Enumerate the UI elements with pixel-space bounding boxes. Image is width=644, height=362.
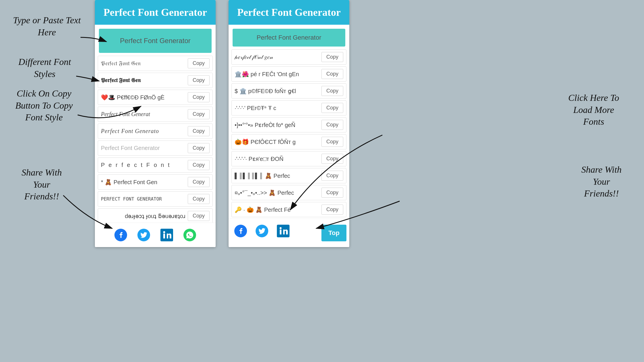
svg-point-4 xyxy=(163,231,165,233)
font-text: Perfect Font Generat xyxy=(101,111,185,118)
font-row: Perfect Font Generat Copy xyxy=(98,107,213,122)
annotation-share-left: Share WithYourFriends!! xyxy=(7,167,76,203)
font-row: 𝔓𝔢𝔯𝔣𝔢𝔠𝔱 𝔉𝔬𝔫𝔱 𝔊𝔢𝔫 Copy xyxy=(98,56,213,71)
left-panel-header: Perfect Font Generator xyxy=(95,0,216,25)
font-row: 𝕻𝖊𝖗𝖋𝖊𝖈𝖙 𝕱𝖔𝖓𝖙 𝕲𝖊𝖓 Copy xyxy=(98,73,213,88)
copy-button[interactable]: Copy xyxy=(188,143,210,153)
font-row: ∙'∙'∙'∙'∙ Pɛя'e□т ÐOÑ Copy xyxy=(231,151,346,166)
font-text: ❤️🎩 P€ff€©Ð FØnÖ gÈ xyxy=(101,94,185,101)
social-bar-left xyxy=(95,223,216,247)
font-text: 🎃🎁 РЄfÔЄCТ fÔŇт g xyxy=(235,138,319,145)
copy-button[interactable]: Copy xyxy=(188,75,210,85)
copy-button[interactable]: Copy xyxy=(321,154,343,164)
annotation-type-here: Type or Paste TextHere xyxy=(8,14,86,38)
font-text: * 🧸 Perfect Font Gen xyxy=(101,179,185,186)
font-text: Perfect Font Generator xyxy=(101,145,185,151)
font-text: ɹoʇɐɹǝuǝƃ ʇuoɟ ʇɔǝɟɹǝd xyxy=(101,213,185,219)
font-row: P e r f e c t F o n t Copy xyxy=(98,157,213,173)
font-row: 🎃🎁 РЄfÔЄCТ fÔŇт g Copy xyxy=(231,134,346,149)
whatsapp-icon[interactable] xyxy=(183,229,196,241)
twitter-icon[interactable] xyxy=(256,225,268,237)
font-text: 𝓅𝑒𝓇𝒻𝑒𝒸𝓉 𝒻𝒪𝓃𝓉 𝑔𝑒𝓃 xyxy=(235,54,319,60)
annotation-load-more: Click Here ToLoad MoreFonts xyxy=(555,92,632,128)
copy-button[interactable]: Copy xyxy=(321,188,343,198)
right-panel-title: Perfect Font Generator xyxy=(233,6,345,18)
text-input-area[interactable]: Perfect Font Generator xyxy=(99,29,212,53)
copy-button[interactable]: Copy xyxy=(321,137,343,147)
copy-button[interactable]: Copy xyxy=(188,194,210,204)
font-text: •]••°'°•» PɛrfeÒt fo* geÑ xyxy=(235,122,319,128)
twitter-icon[interactable] xyxy=(137,229,150,241)
font-list-left: 𝔓𝔢𝔯𝔣𝔢𝔠𝔱 𝔉𝔬𝔫𝔱 𝔊𝔢𝔫 Copy 𝕻𝖊𝖗𝖋𝖊𝖈𝖙 𝕱𝖔𝖓𝖙 𝕲𝖊𝖓 C… xyxy=(95,56,216,224)
font-row: 🔑 · 🎃 🧸 Perfect Fé Copy xyxy=(231,202,346,217)
font-row: ¤ₐ•°¯_•ₐ•..>> 🧸 Perfec Copy xyxy=(231,185,346,200)
font-row: $ 🏛️ p©fFE©Ð foŇт ɡ€l Copy xyxy=(231,83,346,99)
copy-button[interactable]: Copy xyxy=(188,160,210,170)
font-row: PERFECT FONT GENERATOR Copy xyxy=(98,191,213,207)
right-panel-header: Perfect Font Generator xyxy=(229,0,349,25)
top-button[interactable]: Top xyxy=(321,225,346,241)
font-text: ¤ₐ•°¯_•ₐ•..>> 🧸 Perfec xyxy=(235,189,319,196)
annotation-click-copy: Click On CopyButton To CopyFont Style xyxy=(5,88,83,124)
font-text: 𝕻𝖊𝖗𝖋𝖊𝖈𝖙 𝕱𝖔𝖓𝖙 𝕲𝖊𝖓 xyxy=(101,77,185,84)
social-bar-right: Top xyxy=(229,219,349,247)
copy-button[interactable]: Copy xyxy=(321,103,343,113)
linkedin-icon[interactable] xyxy=(160,229,173,241)
copy-button[interactable]: Copy xyxy=(321,205,343,215)
annotation-share-right: Share WithYourFriends!! xyxy=(567,164,636,200)
font-list-right: 𝓅𝑒𝓇𝒻𝑒𝒸𝓉 𝒻𝒪𝓃𝓉 𝑔𝑒𝓃 Copy 🏛️🌺 pé r FEČt 'Ont… xyxy=(229,49,349,217)
svg-point-10 xyxy=(280,227,282,229)
left-phone-panel: Perfect Font Generator Perfect Font Gene… xyxy=(95,0,216,247)
left-panel-title: Perfect Font Generator xyxy=(99,6,211,18)
svg-rect-9 xyxy=(280,230,281,234)
font-row: Perfect Font Generato Copy xyxy=(98,124,213,139)
font-row: •]••°'°•» PɛrfeÒt fo* geÑ Copy xyxy=(231,117,346,132)
facebook-icon[interactable] xyxy=(234,225,247,237)
font-text: 🏛️🌺 pé r FEČt 'Ont gEn xyxy=(235,71,319,78)
font-text: ∙'∙'∙'∙' ΡΕr©Ŧᵃ Ŧ c xyxy=(235,105,319,111)
right-input-area[interactable]: Perfect Font Generator xyxy=(233,29,345,47)
font-text: Perfect Font Generato xyxy=(101,128,185,134)
copy-button[interactable]: Copy xyxy=(321,171,343,181)
font-text: $ 🏛️ p©fFE©Ð foŇт ɡ€l xyxy=(235,88,319,95)
font-text: ▌║▌║║▌║ 🧸 Perfec xyxy=(235,172,319,179)
copy-button[interactable]: Copy xyxy=(321,52,343,62)
copy-button[interactable]: Copy xyxy=(321,69,343,79)
copy-button[interactable]: Copy xyxy=(188,92,210,102)
right-phone-panel: Perfect Font Generator Perfect Font Gene… xyxy=(229,0,349,247)
font-text: 𝔓𝔢𝔯𝔣𝔢𝔠𝔱 𝔉𝔬𝔫𝔱 𝔊𝔢𝔫 xyxy=(101,60,185,67)
linkedin-icon[interactable] xyxy=(277,225,290,237)
copy-button[interactable]: Copy xyxy=(188,211,210,221)
font-row: 𝓅𝑒𝓇𝒻𝑒𝒸𝓉 𝒻𝒪𝓃𝓉 𝑔𝑒𝓃 Copy xyxy=(231,49,346,65)
copy-button[interactable]: Copy xyxy=(321,120,343,130)
font-row: * 🧸 Perfect Font Gen Copy xyxy=(98,174,213,190)
font-text: 🔑 · 🎃 🧸 Perfect Fé xyxy=(235,206,319,213)
font-row: ▌║▌║║▌║ 🧸 Perfec Copy xyxy=(231,168,346,183)
font-row: 🏛️🌺 pé r FEČt 'Ont gEn Copy xyxy=(231,66,346,82)
font-row: ❤️🎩 P€ff€©Ð FØnÖ gÈ Copy xyxy=(98,90,213,105)
font-row: ɹoʇɐɹǝuǝƃ ʇuoɟ ʇɔǝɟɹǝd Copy xyxy=(98,208,213,224)
svg-rect-3 xyxy=(163,234,165,238)
font-text: ∙'∙'∙'∙'∙ Pɛя'e□т ÐOÑ xyxy=(235,155,319,162)
font-text: P e r f e c t F o n t xyxy=(101,162,185,168)
facebook-icon[interactable] xyxy=(114,229,127,241)
annotation-diff-fonts: Different FontStyles xyxy=(8,56,81,80)
copy-button[interactable]: Copy xyxy=(188,109,210,119)
copy-button[interactable]: Copy xyxy=(321,86,343,96)
font-text: PERFECT FONT GENERATOR xyxy=(101,196,185,202)
font-row: Perfect Font Generator Copy xyxy=(98,140,213,156)
font-row: ∙'∙'∙'∙' ΡΕr©Ŧᵃ Ŧ c Copy xyxy=(231,100,346,115)
copy-button[interactable]: Copy xyxy=(188,58,210,68)
copy-button[interactable]: Copy xyxy=(188,126,210,136)
copy-button[interactable]: Copy xyxy=(188,177,210,187)
